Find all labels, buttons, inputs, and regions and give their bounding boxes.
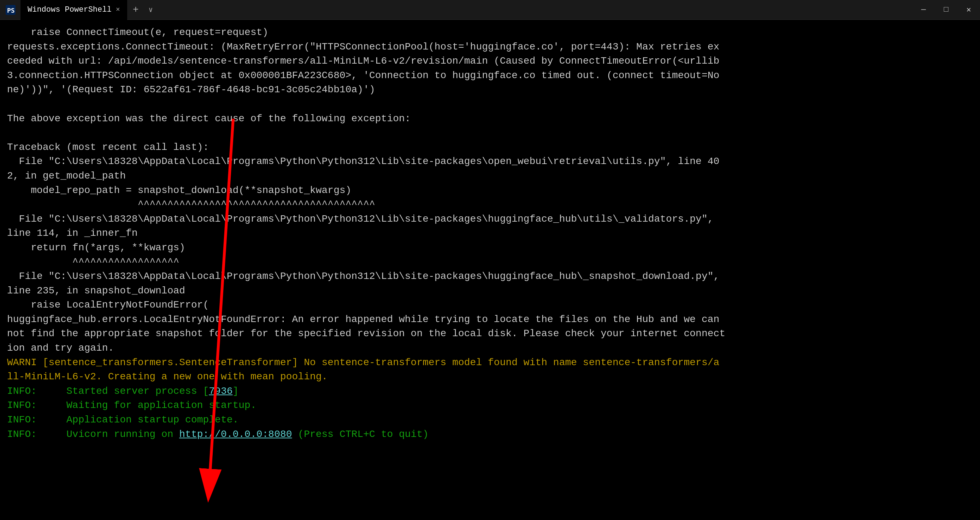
terminal-line: line 114, in _inner_fn — [7, 226, 973, 241]
svg-text:PS: PS — [7, 7, 15, 14]
close-button[interactable]: ✕ — [958, 0, 980, 20]
window-controls: — □ ✕ — [912, 0, 980, 20]
terminal-line: Traceback (most recent call last): — [7, 140, 973, 155]
maximize-button[interactable]: □ — [935, 0, 958, 20]
terminal-line: 2, in get_model_path — [7, 169, 973, 183]
terminal-line-info: INFO: Uvicorn running on http://0.0.0.0:… — [7, 427, 973, 442]
tab-area: Windows PowerShell × + ∨ — [21, 0, 912, 20]
terminal-line: File "C:\Users\18328\AppData\Local\Progr… — [7, 212, 973, 227]
tab-powershell[interactable]: Windows PowerShell × — [21, 0, 127, 20]
terminal-line: ^^^^^^^^^^^^^^^^^^^^^^^^^^^^^^^^^^^^^^^^ — [7, 198, 973, 212]
minimize-button[interactable]: — — [912, 0, 935, 20]
terminal-line: File "C:\Users\18328\AppData\Local\Progr… — [7, 155, 973, 169]
terminal-line: requests.exceptions.ConnectTimeout: (Max… — [7, 40, 973, 54]
terminal-line: raise ConnectTimeout(e, request=request) — [7, 26, 973, 40]
terminal-line: return fn(*args, **kwargs) — [7, 241, 973, 255]
powershell-icon: PS — [4, 3, 17, 16]
terminal-line-info: INFO: Waiting for application startup. — [7, 399, 973, 413]
terminal-line: model_repo_path = snapshot_download(**sn… — [7, 183, 973, 198]
terminal-line: line 235, in snapshot_download — [7, 284, 973, 298]
new-tab-button[interactable]: + — [127, 4, 145, 15]
terminal-line: The above exception was the direct cause… — [7, 112, 973, 126]
terminal-line-warning: WARNI [sentence_transformers.SentenceTra… — [7, 356, 973, 370]
tab-dropdown-button[interactable]: ∨ — [144, 5, 157, 14]
server-url-link[interactable]: http://0.0.0.0:8080 — [179, 429, 292, 440]
terminal-line — [7, 97, 973, 112]
terminal-line — [7, 126, 973, 140]
tab-title: Windows PowerShell — [27, 5, 111, 14]
terminal-line: ceeded with url: /api/models/sentence-tr… — [7, 54, 973, 69]
terminal-line: not find the appropriate snapshot folder… — [7, 327, 973, 341]
terminal-line: ion and try again. — [7, 341, 973, 356]
terminal-line-warning: ll-MiniLM-L6-v2. Creating a new one with… — [7, 370, 973, 384]
terminal-line: 3.connection.HTTPSConnection object at 0… — [7, 69, 973, 83]
titlebar: PS Windows PowerShell × + ∨ — □ ✕ — [0, 0, 980, 20]
tab-close-button[interactable]: × — [116, 6, 120, 14]
powershell-window: PS Windows PowerShell × + ∨ — □ ✕ raise … — [0, 0, 980, 520]
terminal-line: raise LocalEntryNotFoundError( — [7, 298, 973, 313]
terminal-line-info: INFO: Started server process [7936] — [7, 384, 973, 399]
terminal-line-info: INFO: Application startup complete. — [7, 413, 973, 427]
terminal-line: ^^^^^^^^^^^^^^^^^^ — [7, 255, 973, 270]
terminal-line: File "C:\Users\18328\AppData\Local\Progr… — [7, 270, 973, 284]
process-id-link[interactable]: 7936 — [209, 386, 232, 397]
terminal-output: raise ConnectTimeout(e, request=request)… — [0, 20, 980, 520]
terminal-line: huggingface_hub.errors.LocalEntryNotFoun… — [7, 313, 973, 327]
terminal-line: ne)'))", '(Request ID: 6522af61-786f-464… — [7, 83, 973, 97]
